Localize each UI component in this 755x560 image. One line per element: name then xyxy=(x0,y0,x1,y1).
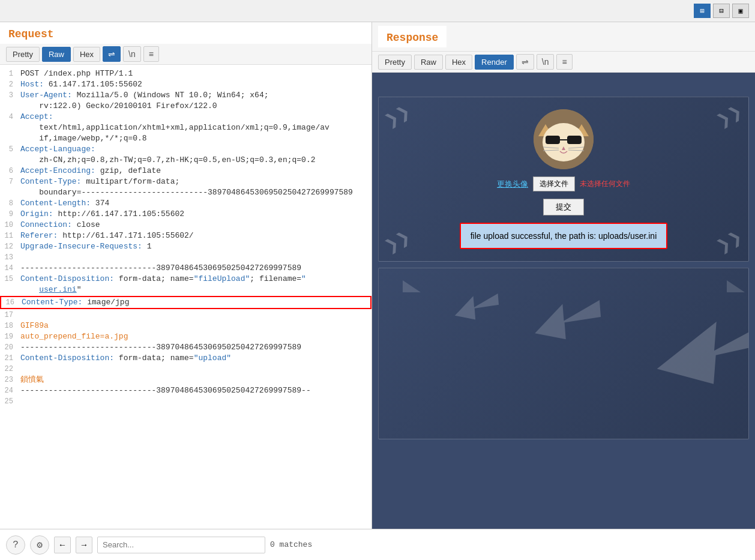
response-toolbar: Pretty Raw Hex Render ⇌ \n ≡ xyxy=(372,52,755,73)
code-line-5: 5 Accept-Language: zh-CN,zh;q=0.8,zh-TW;… xyxy=(0,144,371,166)
response-title: Response xyxy=(378,26,447,47)
response-raw-btn[interactable]: Raw xyxy=(414,55,443,70)
request-toolbar: Pretty Raw Hex ⇌ \n ≡ xyxy=(0,44,371,65)
layout-cols-icon[interactable]: ▣ xyxy=(732,4,749,18)
response-render-area: ❯❯ ❯❯ ❯❯ ❯❯ xyxy=(372,73,755,529)
svg-rect-10 xyxy=(546,136,560,144)
settings-button[interactable]: ⚙ xyxy=(30,535,49,555)
svg-marker-20 xyxy=(649,297,748,400)
avatar-image xyxy=(534,109,594,169)
search-input[interactable] xyxy=(97,537,265,553)
request-wrap-icon[interactable]: ⇌ xyxy=(103,46,121,62)
forward-button[interactable]: → xyxy=(76,537,92,553)
request-newline-icon[interactable]: \n xyxy=(123,46,141,62)
response-panel: Response Pretty Raw Hex Render ⇌ \n ≡ xyxy=(372,22,755,529)
gear-icon: ⚙ xyxy=(37,539,43,551)
request-raw-btn[interactable]: Raw xyxy=(42,47,71,62)
no-file-text: 未选择任何文件 xyxy=(580,179,630,189)
code-line-11: 11 Referer: http://61.147.171.105:55602/ xyxy=(0,230,371,241)
choose-file-button[interactable]: 选择文件 xyxy=(533,176,575,191)
code-line-4: 4 Accept: text/html,application/xhtml+xm… xyxy=(0,112,371,144)
lower-frame-deco xyxy=(379,268,748,436)
code-line-12: 12 Upgrade-Insecure-Requests: 1 xyxy=(0,241,371,252)
layout-split-icon[interactable]: ⊞ xyxy=(694,4,711,18)
back-arrow-icon: ← xyxy=(60,540,65,550)
response-wrap-icon[interactable]: ⇌ xyxy=(516,54,534,70)
success-message-text: file upload successful, the path is: upl… xyxy=(471,231,657,241)
svg-rect-11 xyxy=(567,136,582,144)
response-render-btn[interactable]: Render xyxy=(475,55,514,70)
matches-label: 0 matches xyxy=(270,540,312,549)
success-message-box: file upload successful, the path is: upl… xyxy=(460,223,668,249)
response-newline-icon[interactable]: \n xyxy=(537,54,555,70)
code-line-2: 2 Host: 61.147.171.105:55602 xyxy=(0,79,371,90)
svg-marker-21 xyxy=(403,280,421,292)
code-line-10: 10 Connection: close xyxy=(0,220,371,230)
code-line-19: 19 auto_prepend_file=a.jpg xyxy=(0,331,371,342)
bottom-bar: ? ⚙ ← → 0 matches xyxy=(0,529,755,560)
code-line-7: 7 Content-Type: multipart/form-data; bou… xyxy=(0,176,371,198)
response-hex-btn[interactable]: Hex xyxy=(445,55,472,70)
deco-arrow-tl: ❯❯ xyxy=(380,98,416,134)
rendered-page: ❯❯ ❯❯ ❯❯ ❯❯ xyxy=(372,73,755,445)
svg-marker-19 xyxy=(529,292,608,349)
code-line-13: 13 xyxy=(0,252,371,263)
help-button[interactable]: ? xyxy=(6,535,25,555)
code-line-8: 8 Content-Length: 374 xyxy=(0,198,371,209)
code-line-17: 17 xyxy=(0,310,371,321)
request-pretty-btn[interactable]: Pretty xyxy=(6,47,40,62)
submit-button[interactable]: 提交 xyxy=(543,199,584,215)
code-line-22: 22 xyxy=(0,364,371,375)
code-line-3: 3 User-Agent: Mozilla/5.0 (Windows NT 10… xyxy=(0,90,371,112)
code-line-16: 16 Content-Type: image/jpg xyxy=(0,296,371,309)
layout-switcher: ⊞ ⊟ ▣ xyxy=(694,4,749,18)
code-line-25: 25 xyxy=(0,396,371,407)
help-icon: ? xyxy=(13,540,19,550)
code-line-6: 6 Accept-Encoding: gzip, deflate xyxy=(0,166,371,176)
deco-arrow-bl: ❯❯ xyxy=(380,224,416,260)
code-line-23: 23 鎖憤氣 xyxy=(0,375,371,385)
svg-marker-22 xyxy=(727,280,745,292)
deco-arrow-br: ❯❯ xyxy=(712,224,748,260)
response-menu-icon[interactable]: ≡ xyxy=(556,54,572,70)
avatar xyxy=(534,109,594,169)
request-panel: Request Pretty Raw Hex ⇌ \n ≡ 1 POST /in… xyxy=(0,22,372,529)
forward-arrow-icon: → xyxy=(82,540,86,550)
code-line-20: 20 -----------------------------38970486… xyxy=(0,342,371,353)
response-pretty-btn[interactable]: Pretty xyxy=(378,55,412,70)
request-title: Request xyxy=(0,22,371,44)
code-line-14: 14 -----------------------------38970486… xyxy=(0,263,371,274)
code-line-21: 21 Content-Disposition: form-data; name=… xyxy=(0,353,371,364)
upload-form-frame: ❯❯ ❯❯ ❯❯ ❯❯ xyxy=(378,97,749,262)
layout-rows-icon[interactable]: ⊟ xyxy=(713,4,730,18)
code-line-9: 9 Origin: http://61.147.171.105:55602 xyxy=(0,209,371,220)
request-hex-btn[interactable]: Hex xyxy=(73,47,100,62)
deco-arrow-tr: ❯❯ xyxy=(712,98,748,134)
code-line-1: 1 POST /index.php HTTP/1.1 xyxy=(0,68,371,79)
change-avatar-link[interactable]: 更换头像 xyxy=(497,179,528,190)
request-body: 1 POST /index.php HTTP/1.1 2 Host: 61.14… xyxy=(0,65,371,529)
back-button[interactable]: ← xyxy=(54,537,71,553)
request-menu-icon[interactable]: ≡ xyxy=(143,46,159,62)
svg-marker-18 xyxy=(451,288,504,326)
code-line-18: 18 GIF89a xyxy=(0,321,371,331)
lower-image-frame xyxy=(378,268,749,439)
upload-controls: 更换头像 选择文件 未选择任何文件 xyxy=(497,176,630,191)
code-line-15: 15 Content-Disposition: form-data; name=… xyxy=(0,274,371,295)
code-line-24: 24 -----------------------------38970486… xyxy=(0,385,371,396)
